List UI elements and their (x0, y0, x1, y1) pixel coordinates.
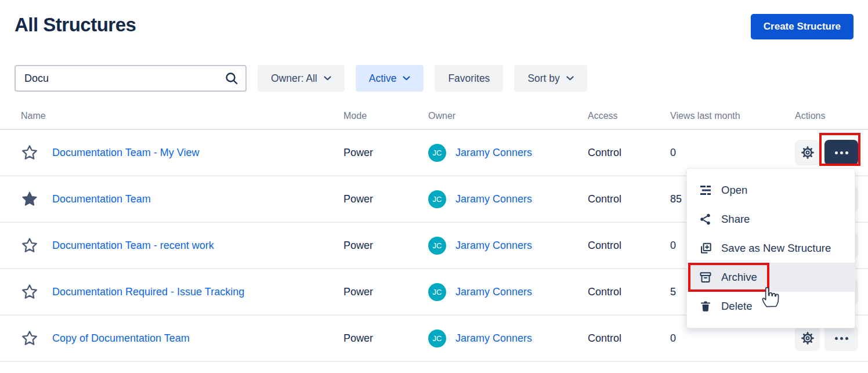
menu-item-share[interactable]: Share (687, 205, 855, 234)
column-header-access: Access (588, 111, 670, 121)
owner-link[interactable]: Jaramy Conners (455, 193, 532, 205)
chevron-down-icon (403, 76, 410, 81)
owner-avatar: JC (428, 237, 446, 255)
access-value: Control (588, 193, 670, 205)
context-menu: Open Share Save as New Structure Archive… (686, 168, 855, 328)
column-header-owner: Owner (428, 111, 588, 121)
gear-icon (800, 145, 815, 160)
more-actions-button[interactable] (824, 325, 858, 351)
views-value: 0 (670, 332, 795, 345)
column-header-views: Views last month (670, 111, 795, 121)
owner-filter-label: Owner: All (271, 73, 317, 85)
access-value: Control (588, 286, 670, 298)
mode-value: Power (343, 332, 428, 345)
owner-link[interactable]: Jaramy Conners (455, 286, 532, 298)
structure-name-link[interactable]: Documentation Team - recent work (52, 240, 214, 251)
star-outline-icon (21, 283, 38, 300)
sort-by-label: Sort by (527, 73, 559, 85)
menu-item-label: Delete (721, 300, 752, 313)
favorite-star[interactable] (21, 283, 38, 300)
favorite-star[interactable] (21, 237, 38, 254)
owner-link[interactable]: Jaramy Conners (455, 147, 532, 159)
column-header-mode: Mode (343, 111, 428, 121)
favorite-star[interactable] (21, 144, 38, 161)
menu-item-delete[interactable]: Delete (687, 292, 855, 321)
search-field-wrap (15, 65, 247, 92)
mode-value: Power (343, 193, 428, 205)
favorites-filter-label: Favorites (448, 73, 490, 85)
copy-plus-icon (699, 241, 713, 255)
structure-name-link[interactable]: Documentation Required - Issue Tracking (52, 286, 244, 298)
menu-item-archive[interactable]: Archive (687, 263, 855, 292)
owner-filter-button[interactable]: Owner: All (258, 65, 345, 92)
column-header-name: Name (21, 111, 343, 121)
access-value: Control (588, 240, 670, 252)
more-actions-button[interactable] (824, 140, 858, 165)
column-header-actions: Actions (795, 111, 856, 121)
create-structure-button[interactable]: Create Structure (751, 14, 853, 39)
star-filled-icon (21, 190, 38, 208)
menu-item-label: Archive (721, 271, 757, 284)
table-header-row: Name Mode Owner Access Views last month … (0, 91, 868, 130)
structure-name-link[interactable]: Documentation Team - My View (52, 147, 199, 158)
share-icon (699, 212, 713, 226)
mode-value: Power (343, 240, 428, 252)
status-filter-label: Active (369, 73, 397, 85)
favorite-star[interactable] (21, 329, 38, 347)
favorites-filter-button[interactable]: Favorites (435, 65, 503, 92)
filter-bar: Owner: All Active Favorites Sort by (15, 65, 587, 92)
gear-icon (800, 331, 815, 346)
settings-button[interactable] (795, 140, 820, 165)
owner-link[interactable]: Jaramy Conners (455, 332, 532, 345)
archive-icon (699, 270, 713, 284)
favorite-star[interactable] (21, 190, 38, 208)
search-icon (224, 71, 239, 88)
menu-item-open[interactable]: Open (687, 176, 855, 205)
menu-item-save-as-new-structure[interactable]: Save as New Structure (687, 234, 855, 263)
views-value: 0 (670, 147, 795, 159)
chevron-down-icon (324, 76, 331, 81)
trash-icon (699, 299, 713, 313)
search-input[interactable] (15, 65, 247, 92)
structure-name-link[interactable]: Copy of Documentation Team (52, 332, 190, 344)
mode-value: Power (343, 286, 428, 298)
owner-avatar: JC (428, 190, 446, 208)
owner-avatar: JC (428, 329, 446, 347)
page-title: All Structures (15, 14, 136, 36)
structure-name-link[interactable]: Documentation Team (52, 193, 151, 205)
access-value: Control (588, 147, 670, 159)
structure-icon (699, 183, 713, 197)
access-value: Control (588, 332, 670, 345)
owner-avatar: JC (428, 283, 446, 301)
mode-value: Power (343, 147, 428, 159)
owner-link[interactable]: Jaramy Conners (455, 240, 532, 252)
status-filter-button[interactable]: Active (356, 65, 424, 92)
menu-item-label: Open (721, 184, 747, 197)
menu-item-label: Share (721, 213, 750, 226)
menu-item-label: Save as New Structure (721, 242, 831, 255)
sort-by-button[interactable]: Sort by (514, 65, 587, 92)
settings-button[interactable] (795, 325, 820, 351)
owner-avatar: JC (428, 144, 446, 162)
star-outline-icon (21, 329, 38, 347)
all-structures-page: All Structures Create Structure Owner: A… (0, 0, 868, 373)
star-outline-icon (21, 237, 38, 254)
chevron-down-icon (566, 76, 574, 81)
star-outline-icon (21, 144, 38, 161)
